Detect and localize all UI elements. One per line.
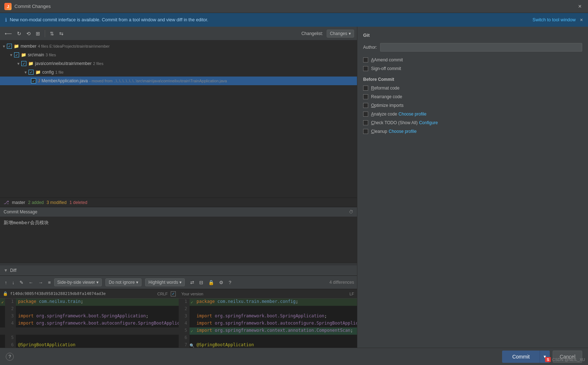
- amend-commit-row: AAmend commit: [363, 57, 582, 62]
- diff-left-header: 🔒 f140dc9805f438d9581b288219db8fa14074ad…: [0, 289, 179, 299]
- navigate-back-button[interactable]: ⟵: [3, 30, 14, 38]
- diff-count: 4 differences: [330, 280, 354, 285]
- changelist-value: Changes: [330, 31, 347, 36]
- commit-button[interactable]: Commit: [502, 351, 540, 363]
- diff-highlight-label: Highlight words: [148, 280, 178, 285]
- member-detail: 4 files E:\IdeaProjects\train\train\memb…: [38, 44, 110, 48]
- diff-next-button[interactable]: ↓: [10, 279, 17, 286]
- diff-list-button[interactable]: ≡: [46, 279, 53, 286]
- sign-off-checkbox[interactable]: [363, 66, 368, 71]
- diff-marker: [0, 306, 5, 313]
- files-toolbar: ⟵ ↻ ⟲ ⊞ ⇅ ⇆ Changelist: Changes ▾: [0, 27, 357, 40]
- diff-content-cell: package com.neilxu.train;: [16, 299, 179, 306]
- diff-section-header[interactable]: ▼ Diff: [0, 265, 357, 275]
- diff-forward-button[interactable]: →: [36, 279, 45, 286]
- diff-line-4-left: 4 import org.springframework.boot.autoco…: [0, 320, 179, 327]
- git-status-bar: ⎇ master 2 added 3 modified 1 deleted: [0, 197, 357, 207]
- diff-highlight-dropdown[interactable]: Highlight words ▾: [145, 278, 185, 286]
- diff-settings-button[interactable]: ⚙: [217, 279, 225, 286]
- diff-edit-button[interactable]: ✎: [18, 279, 25, 286]
- reformat-code-checkbox[interactable]: [363, 86, 368, 91]
- config-label: config: [42, 70, 54, 75]
- srcmain-checkbox[interactable]: ✓: [14, 52, 19, 57]
- diff-left-encoding: CRLF: [157, 292, 168, 296]
- diff-title: Diff: [10, 268, 17, 273]
- analyze-code-profile-link[interactable]: Choose profile: [398, 112, 426, 117]
- diff-line-5-right: 5 ✓ import org.springframework.context.a…: [179, 327, 357, 335]
- member-label: member: [21, 44, 36, 49]
- group-button[interactable]: ⊞: [34, 30, 42, 38]
- diff-left-checkbox[interactable]: ✓: [171, 291, 176, 296]
- refresh-button[interactable]: ↻: [15, 30, 23, 38]
- sort-a-button[interactable]: ⇅: [48, 30, 56, 38]
- diff-line-1-right: 1 ✓ package com.neilxu.train.member.conf…: [179, 299, 357, 306]
- modified-count: 3 modified: [47, 200, 66, 205]
- switch-to-tool-window-link[interactable]: Switch to tool window: [532, 17, 576, 22]
- diff-lock-button[interactable]: 🔒: [206, 279, 216, 286]
- git-title: Git: [363, 32, 582, 38]
- commit-message-input[interactable]: 新增member会员模块: [0, 217, 357, 264]
- commit-history-icon[interactable]: ⏱: [349, 209, 353, 214]
- tree-item-member[interactable]: ▼ ✓ 📁 member 4 files E:\IdeaProjects\tra…: [0, 42, 357, 51]
- changelist-arrow-icon: ▾: [349, 31, 351, 36]
- diff-linenum: 1: [179, 299, 190, 306]
- srcmain-detail: 3 files: [45, 53, 56, 57]
- diff-sync-button[interactable]: ⇄: [188, 279, 196, 286]
- diff-right-encoding: LF: [349, 292, 354, 296]
- diff-back-button[interactable]: ←: [27, 279, 35, 286]
- diff-prev-button[interactable]: ↑: [3, 279, 9, 286]
- folder-icon: 📁: [35, 70, 41, 75]
- diff-linenum: 4: [5, 320, 16, 327]
- memberapplication-checkbox[interactable]: ✓: [31, 78, 36, 83]
- author-input[interactable]: [380, 43, 582, 52]
- watermark-logo: S: [545, 357, 550, 362]
- changelist-dropdown[interactable]: Changes ▾: [327, 30, 354, 38]
- diff-marker: [190, 313, 195, 320]
- sort-b-button[interactable]: ⇆: [57, 30, 65, 38]
- tree-item-java[interactable]: ▼ ✓ 📁 java\com\neilxu\train\member 2 fil…: [0, 59, 357, 68]
- optimize-imports-checkbox[interactable]: [363, 103, 368, 108]
- window-close-button[interactable]: ×: [576, 3, 584, 10]
- amend-commit-checkbox[interactable]: [363, 57, 368, 62]
- cleanup-profile-link[interactable]: Choose profile: [389, 129, 417, 134]
- tree-item-config[interactable]: ▼ ✓ 📁 config 1 file: [0, 68, 357, 77]
- diff-help-button[interactable]: ?: [227, 279, 233, 286]
- branch-name: master: [12, 200, 25, 205]
- diff-line-3-left: 3 import org.springframework.boot.Spring…: [0, 313, 179, 320]
- diff-linenum: 6: [179, 335, 190, 342]
- rearrange-code-label: Rearrange code: [371, 94, 402, 99]
- chevron-down-icon: ▼: [24, 70, 27, 74]
- diff-marker: [0, 320, 5, 327]
- diff-ignore-dropdown[interactable]: Do not ignore ▾: [105, 278, 141, 286]
- diff-line-2-left: 2: [0, 306, 179, 313]
- notification-icon: ℹ: [5, 17, 7, 23]
- tree-item-memberapplication[interactable]: ✓ J MemberApplication.java - moved from …: [0, 77, 357, 85]
- diff-linenum: 2: [179, 306, 190, 313]
- diff-marker: ✓: [0, 299, 5, 306]
- tree-item-srcmain[interactable]: ▼ ✓ 📁 src\main 3 files: [0, 51, 357, 59]
- java-checkbox[interactable]: ✓: [21, 61, 26, 66]
- reload-button[interactable]: ⟲: [25, 30, 32, 38]
- diff-expand-button[interactable]: ⊟: [197, 279, 205, 286]
- member-checkbox[interactable]: ✓: [7, 44, 12, 49]
- analyze-code-label: Analyze code: [371, 112, 397, 117]
- cleanup-checkbox[interactable]: [363, 129, 368, 134]
- rearrange-code-checkbox[interactable]: [363, 94, 368, 99]
- java-file-icon: J: [38, 78, 40, 83]
- check-todo-configure-link[interactable]: Configure: [419, 120, 438, 125]
- diff-viewer-dropdown[interactable]: Side-by-side viewer ▾: [54, 278, 102, 286]
- main-container: ⟵ ↻ ⟲ ⊞ ⇅ ⇆ Changelist: Changes ▾ ▼ ✓ 📁 …: [0, 27, 588, 365]
- commit-message-label: Commit Message: [4, 209, 37, 214]
- diff-left-filename: f140dc9805f438d9581b288219db8fa14074ad3e: [10, 291, 106, 296]
- notification-close-button[interactable]: ×: [580, 17, 583, 23]
- help-button[interactable]: ?: [6, 353, 14, 361]
- check-todo-checkbox[interactable]: [363, 120, 368, 125]
- left-panel: ⟵ ↻ ⟲ ⊞ ⇅ ⇆ Changelist: Changes ▾ ▼ ✓ 📁 …: [0, 27, 357, 365]
- config-checkbox[interactable]: ✓: [29, 70, 34, 75]
- window-title: Commit Changes: [14, 4, 51, 9]
- diff-linenum: 5: [179, 327, 190, 335]
- diff-line-1-left: ✓ 1 package com.neilxu.train;: [0, 299, 179, 306]
- right-panel: Git Author: AAmend commit Sign-off commi…: [357, 27, 588, 365]
- analyze-code-checkbox[interactable]: [363, 112, 368, 117]
- diff-content-cell: import org.springframework.boot.SpringAp…: [195, 313, 357, 320]
